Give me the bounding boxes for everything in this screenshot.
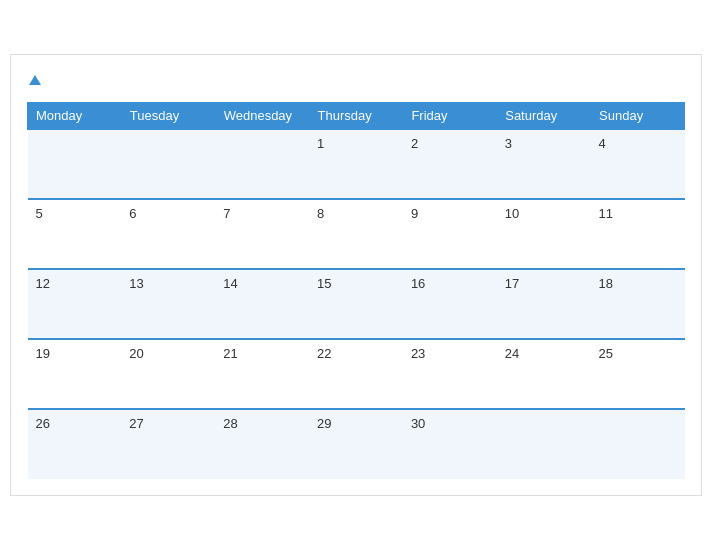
weekday-header-thursday: Thursday [309, 103, 403, 130]
calendar-cell [591, 409, 685, 479]
calendar-cell: 12 [28, 269, 122, 339]
day-number: 6 [129, 206, 207, 221]
calendar-cell: 8 [309, 199, 403, 269]
calendar-cell: 4 [591, 129, 685, 199]
day-number: 19 [36, 346, 114, 361]
calendar-cell: 19 [28, 339, 122, 409]
day-number: 17 [505, 276, 583, 291]
calendar-cell: 27 [121, 409, 215, 479]
calendar-container: MondayTuesdayWednesdayThursdayFridaySatu… [10, 54, 702, 497]
day-number: 25 [599, 346, 677, 361]
calendar-cell: 26 [28, 409, 122, 479]
day-number: 23 [411, 346, 489, 361]
day-number: 8 [317, 206, 395, 221]
day-number: 14 [223, 276, 301, 291]
weekday-header-wednesday: Wednesday [215, 103, 309, 130]
day-number: 1 [317, 136, 395, 151]
day-number: 7 [223, 206, 301, 221]
calendar-cell: 20 [121, 339, 215, 409]
day-number: 9 [411, 206, 489, 221]
day-number: 15 [317, 276, 395, 291]
day-number: 5 [36, 206, 114, 221]
day-number: 29 [317, 416, 395, 431]
weekday-header-sunday: Sunday [591, 103, 685, 130]
day-number: 30 [411, 416, 489, 431]
calendar-cell [215, 129, 309, 199]
week-row-4: 2627282930 [28, 409, 685, 479]
day-number: 16 [411, 276, 489, 291]
calendar-cell: 21 [215, 339, 309, 409]
calendar-cell: 16 [403, 269, 497, 339]
calendar-cell: 17 [497, 269, 591, 339]
day-number: 3 [505, 136, 583, 151]
weekday-header-saturday: Saturday [497, 103, 591, 130]
calendar-cell: 25 [591, 339, 685, 409]
calendar-cell [497, 409, 591, 479]
calendar-cell: 28 [215, 409, 309, 479]
day-number: 12 [36, 276, 114, 291]
logo-general [27, 71, 41, 89]
calendar-cell: 22 [309, 339, 403, 409]
week-row-3: 19202122232425 [28, 339, 685, 409]
calendar-header [27, 71, 685, 89]
week-row-2: 12131415161718 [28, 269, 685, 339]
calendar-cell: 15 [309, 269, 403, 339]
calendar-cell: 18 [591, 269, 685, 339]
calendar-cell [121, 129, 215, 199]
day-number: 18 [599, 276, 677, 291]
calendar-cell: 14 [215, 269, 309, 339]
calendar-cell: 5 [28, 199, 122, 269]
calendar-cell: 9 [403, 199, 497, 269]
calendar-body: 1234567891011121314151617181920212223242… [28, 129, 685, 479]
calendar-grid: MondayTuesdayWednesdayThursdayFridaySatu… [27, 102, 685, 479]
weekday-header-friday: Friday [403, 103, 497, 130]
calendar-cell [28, 129, 122, 199]
day-number: 10 [505, 206, 583, 221]
day-number: 28 [223, 416, 301, 431]
day-number: 22 [317, 346, 395, 361]
weekday-header-tuesday: Tuesday [121, 103, 215, 130]
calendar-cell: 30 [403, 409, 497, 479]
calendar-cell: 6 [121, 199, 215, 269]
calendar-cell: 3 [497, 129, 591, 199]
calendar-cell: 11 [591, 199, 685, 269]
calendar-weekdays: MondayTuesdayWednesdayThursdayFridaySatu… [28, 103, 685, 130]
day-number: 24 [505, 346, 583, 361]
day-number: 27 [129, 416, 207, 431]
calendar-cell: 24 [497, 339, 591, 409]
day-number: 26 [36, 416, 114, 431]
weekday-row: MondayTuesdayWednesdayThursdayFridaySatu… [28, 103, 685, 130]
logo-triangle-icon [29, 75, 41, 85]
day-number: 21 [223, 346, 301, 361]
calendar-cell: 29 [309, 409, 403, 479]
week-row-0: 1234 [28, 129, 685, 199]
day-number: 20 [129, 346, 207, 361]
day-number: 13 [129, 276, 207, 291]
calendar-cell: 13 [121, 269, 215, 339]
day-number: 4 [599, 136, 677, 151]
day-number: 2 [411, 136, 489, 151]
calendar-cell: 2 [403, 129, 497, 199]
calendar-cell: 7 [215, 199, 309, 269]
week-row-1: 567891011 [28, 199, 685, 269]
logo [27, 71, 41, 89]
calendar-cell: 1 [309, 129, 403, 199]
weekday-header-monday: Monday [28, 103, 122, 130]
day-number: 11 [599, 206, 677, 221]
calendar-cell: 10 [497, 199, 591, 269]
calendar-cell: 23 [403, 339, 497, 409]
